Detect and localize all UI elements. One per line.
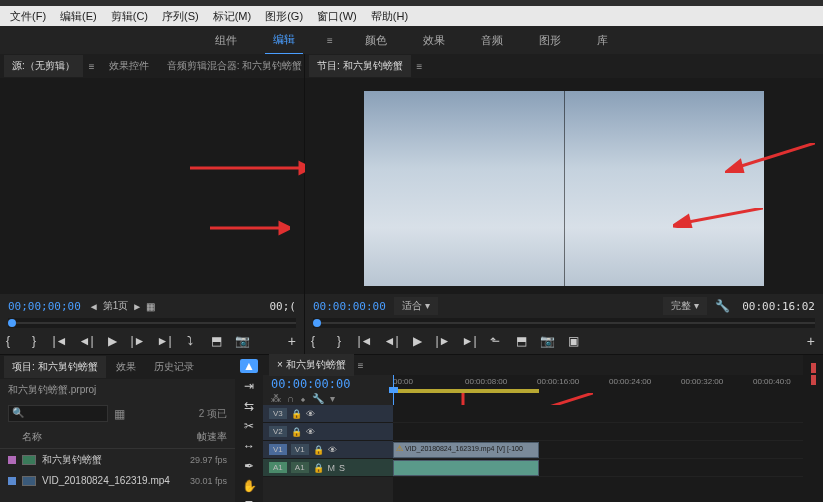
program-timecode[interactable]: 00:00:00:00: [313, 300, 386, 313]
fit-dropdown[interactable]: 适合 ▾: [394, 297, 438, 315]
safe-margins-icon[interactable]: ▣: [565, 333, 581, 349]
marker-icon[interactable]: ⬥: [300, 393, 306, 404]
mark-in-icon[interactable]: {: [0, 333, 16, 349]
toggle-output-icon[interactable]: 👁: [328, 445, 337, 455]
work-area[interactable]: [393, 389, 539, 393]
toggle-output-icon[interactable]: 👁: [306, 427, 315, 437]
menu-graphics[interactable]: 图形(G): [259, 7, 309, 26]
history-tab[interactable]: 历史记录: [146, 356, 202, 378]
go-to-in-icon[interactable]: |◄: [357, 333, 373, 349]
snap-icon[interactable]: ⁂: [271, 393, 281, 404]
step-fwd-icon[interactable]: |►: [130, 333, 146, 349]
source-transport: { } |◄ ◄| ▶ |► ►| ⤵ ⬒ 📷 +: [0, 328, 304, 354]
track-a1[interactable]: A1A1🔒MS: [263, 459, 393, 477]
project-tab[interactable]: 项目: 和六舅钓螃蟹: [4, 356, 106, 378]
program-viewport[interactable]: [305, 78, 823, 294]
resolution-dropdown[interactable]: 完整 ▾: [663, 297, 707, 315]
insert-icon[interactable]: ⤵: [182, 333, 198, 349]
pen-tool-icon[interactable]: ✒: [240, 459, 258, 473]
label-color: [8, 477, 16, 485]
col-fps[interactable]: 帧速率: [197, 430, 227, 444]
play-icon[interactable]: ▶: [409, 333, 425, 349]
page-grid[interactable]: ▦: [146, 301, 155, 312]
ws-tab-assembly[interactable]: 组件: [207, 27, 245, 54]
go-to-out-icon[interactable]: ►|: [156, 333, 172, 349]
mark-in-icon[interactable]: {: [305, 333, 321, 349]
overwrite-icon[interactable]: ⬒: [208, 333, 224, 349]
track-v3[interactable]: V3🔒👁: [263, 405, 393, 423]
timeline-tab-menu[interactable]: ≡: [354, 356, 368, 375]
source-tab[interactable]: 源:（无剪辑）: [4, 55, 83, 77]
timeline-audio-clip[interactable]: [393, 460, 539, 476]
timeline-tab[interactable]: × 和六舅钓螃蟹: [269, 354, 354, 376]
page-prev[interactable]: ◄: [89, 301, 99, 312]
go-to-out-icon[interactable]: ►|: [461, 333, 477, 349]
track-v1[interactable]: V1V1🔒👁: [263, 441, 393, 459]
add-button-icon[interactable]: +: [807, 333, 815, 349]
menu-clip[interactable]: 剪辑(C): [105, 7, 154, 26]
menu-marker[interactable]: 标记(M): [207, 7, 258, 26]
timeline-timecode[interactable]: 00:00:00:00: [271, 377, 385, 391]
lane-v3[interactable]: [393, 405, 803, 423]
program-tab-menu[interactable]: ≡: [413, 57, 427, 76]
timeline-ruler[interactable]: 00:00 00:00:08:00 00:00:16:00 00:00:24:0…: [393, 375, 803, 405]
source-scrubber[interactable]: [8, 318, 296, 328]
track-select-tool-icon[interactable]: ⇥: [240, 379, 258, 393]
timeline-lanes[interactable]: ⚠ VID_20180824_162319.mp4 [V] [-100: [393, 405, 803, 502]
hand-tool-icon[interactable]: ✋: [240, 479, 258, 493]
timeline-clip[interactable]: ⚠ VID_20180824_162319.mp4 [V] [-100: [393, 442, 539, 458]
lane-v2[interactable]: [393, 423, 803, 441]
mark-out-icon[interactable]: }: [26, 333, 42, 349]
menu-window[interactable]: 窗口(W): [311, 7, 363, 26]
slip-tool-icon[interactable]: ↔: [240, 439, 258, 453]
track-headers: V3🔒👁 V2🔒👁 V1V1🔒👁 A1A1🔒MS: [263, 405, 393, 502]
add-button-icon[interactable]: +: [288, 333, 296, 349]
ws-tab-color[interactable]: 颜色: [357, 27, 395, 54]
selection-tool-icon[interactable]: ▲: [240, 359, 258, 373]
page-next[interactable]: ►: [132, 301, 142, 312]
col-name[interactable]: 名称: [22, 430, 197, 444]
audio-mixer-tab[interactable]: 音频剪辑混合器: 和六舅钓螃蟹: [159, 55, 311, 77]
bin-view-icon[interactable]: ▦: [114, 407, 125, 421]
lane-v1[interactable]: ⚠ VID_20180824_162319.mp4 [V] [-100: [393, 441, 803, 459]
menu-file[interactable]: 文件(F): [4, 7, 52, 26]
settings-icon[interactable]: 🔧: [715, 299, 730, 313]
step-back-icon[interactable]: ◄|: [383, 333, 399, 349]
lift-icon[interactable]: ⬑: [487, 333, 503, 349]
export-frame-icon[interactable]: 📷: [539, 333, 555, 349]
ws-tab-menu[interactable]: ≡: [323, 31, 337, 50]
step-back-icon[interactable]: ◄|: [78, 333, 94, 349]
ws-tab-effects[interactable]: 效果: [415, 27, 453, 54]
project-item-sequence[interactable]: 和六舅钓螃蟹 29.97 fps: [0, 449, 235, 471]
ripple-tool-icon[interactable]: ⇆: [240, 399, 258, 413]
lane-a1[interactable]: [393, 459, 803, 477]
mark-out-icon[interactable]: }: [331, 333, 347, 349]
menu-sequence[interactable]: 序列(S): [156, 7, 205, 26]
razor-tool-icon[interactable]: ✂: [240, 419, 258, 433]
source-timecode[interactable]: 00;00;00;00: [8, 300, 81, 313]
extract-icon[interactable]: ⬒: [513, 333, 529, 349]
chevron-down-icon[interactable]: ▾: [330, 393, 335, 404]
toggle-output-icon[interactable]: 👁: [306, 409, 315, 419]
track-v2[interactable]: V2🔒👁: [263, 423, 393, 441]
export-frame-icon[interactable]: 📷: [234, 333, 250, 349]
settings-icon[interactable]: 🔧: [312, 393, 324, 404]
go-to-in-icon[interactable]: |◄: [52, 333, 68, 349]
linked-selection-icon[interactable]: ∩: [287, 393, 294, 404]
effect-controls-tab[interactable]: 效果控件: [101, 55, 157, 77]
effects-tab[interactable]: 效果: [108, 356, 144, 378]
item-name: 和六舅钓螃蟹: [42, 453, 102, 467]
play-icon[interactable]: ▶: [104, 333, 120, 349]
program-scrubber[interactable]: [313, 318, 815, 328]
ws-tab-libraries[interactable]: 库: [589, 27, 616, 54]
program-tab[interactable]: 节目: 和六舅钓螃蟹: [309, 55, 411, 77]
bin-name: 和六舅钓螃蟹.prproj: [0, 379, 235, 401]
ws-tab-graphics[interactable]: 图形: [531, 27, 569, 54]
project-item-clip[interactable]: VID_20180824_162319.mp4 30.01 fps: [0, 471, 235, 490]
source-tab-menu[interactable]: ≡: [85, 57, 99, 76]
ws-tab-editing[interactable]: 编辑: [265, 26, 303, 55]
menu-help[interactable]: 帮助(H): [365, 7, 414, 26]
ws-tab-audio[interactable]: 音频: [473, 27, 511, 54]
menu-edit[interactable]: 编辑(E): [54, 7, 103, 26]
step-fwd-icon[interactable]: |►: [435, 333, 451, 349]
